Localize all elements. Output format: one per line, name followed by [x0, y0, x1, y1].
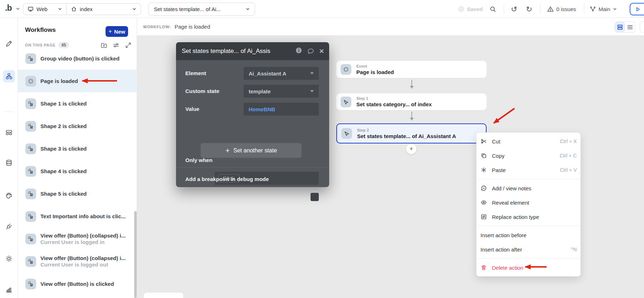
- issues-indicator[interactable]: 0 issues: [547, 0, 576, 18]
- click-icon: [25, 98, 36, 109]
- workflow-list-item[interactable]: Shape 4 is clicked: [18, 160, 137, 182]
- chevron-down-icon: [613, 7, 617, 11]
- workflow-list-item[interactable]: Group video (button) is clicked: [18, 47, 137, 70]
- workflow-sublabel: Current User is logged in: [40, 239, 126, 245]
- logo-menu-chevron-icon[interactable]: [16, 7, 20, 11]
- database-icon: [5, 159, 13, 166]
- left-icon-rail: ?: [0, 18, 18, 298]
- add-action-button[interactable]: +: [406, 144, 416, 154]
- play-icon: [635, 6, 641, 12]
- context-menu-copy[interactable]: CopyCtrl + C: [477, 148, 580, 163]
- chevron-down-icon: [310, 72, 314, 74]
- set-another-state-button[interactable]: +Set another state: [201, 143, 302, 158]
- workflow-list-item-selected[interactable]: Page is loaded: [18, 70, 137, 92]
- modal-header[interactable]: Set states template... of Ai_Assis ✕: [176, 42, 329, 60]
- workflow-list-item[interactable]: Text Important info about is clic...: [18, 205, 137, 228]
- page-dropdown[interactable]: index: [66, 4, 141, 15]
- click-icon: [25, 211, 36, 222]
- preview-button[interactable]: [630, 3, 644, 15]
- breakpoint-checkbox[interactable]: [311, 193, 319, 201]
- click-icon: [25, 166, 36, 177]
- redo-icon[interactable]: ↻: [526, 0, 532, 18]
- new-workflow-button[interactable]: + New: [106, 26, 128, 37]
- layout-icon: [5, 129, 13, 136]
- value-field[interactable]: HomeBNB: [244, 103, 319, 116]
- list-view-button[interactable]: [625, 22, 635, 32]
- flow-connector-arrow-icon: [409, 79, 415, 89]
- comment-icon[interactable]: [307, 48, 314, 55]
- chevron-down-icon: [132, 7, 136, 11]
- context-menu-insert-action-after[interactable]: Insert action after^N: [477, 242, 580, 257]
- custom-state-label: Custom state: [185, 88, 219, 94]
- workflow-list-item[interactable]: View offer (Button) is clicked: [18, 273, 137, 295]
- canvas-zoom-box[interactable]: [144, 293, 183, 298]
- menu-divider: [477, 179, 580, 179]
- context-menu-add-view-notes[interactable]: Add / view notes: [477, 181, 580, 195]
- palette-icon: [5, 192, 13, 199]
- data-tab[interactable]: [3, 157, 15, 169]
- cards-view-button[interactable]: [615, 22, 625, 32]
- home-icon: [71, 6, 77, 12]
- element-dropdown[interactable]: Ai_Assistant A: [244, 67, 319, 80]
- toolbar-divider: [504, 4, 504, 14]
- workflow-header-label: WORKFLOW:: [143, 25, 171, 29]
- menu-divider: [477, 226, 580, 226]
- info-icon[interactable]: [295, 47, 302, 55]
- logs-tab[interactable]: [3, 284, 15, 296]
- workflow-label: Shape 1 is clicked: [40, 101, 87, 107]
- styles-tab[interactable]: [3, 190, 15, 202]
- event-card[interactable]: EventPage is loaded: [336, 61, 487, 78]
- replace-icon: [480, 214, 487, 220]
- close-icon[interactable]: ✕: [319, 48, 324, 55]
- design-tab[interactable]: [3, 38, 15, 50]
- context-menu-insert-action-before[interactable]: Insert action before: [477, 228, 580, 242]
- arrow-step2: [494, 108, 514, 123]
- search-button[interactable]: [489, 0, 496, 18]
- context-menu-delete-action[interactable]: Delete action: [477, 260, 580, 275]
- workflows-tab[interactable]: [3, 70, 15, 82]
- plugins-tab[interactable]: [3, 220, 15, 233]
- workflow-selector-dropdown[interactable]: Set states template... of Ai...: [148, 3, 255, 16]
- workflow-list-item[interactable]: Shape 2 is clicked: [18, 115, 137, 137]
- list-view-icon: [627, 24, 633, 30]
- platform-label: Web: [36, 6, 48, 12]
- context-menu-cut[interactable]: CutCtrl + X: [477, 134, 580, 148]
- pages-tab[interactable]: [3, 126, 15, 138]
- eye-icon: [480, 199, 487, 206]
- workflow-label: Group video (button) is clicked: [40, 55, 119, 62]
- workflow-list-item[interactable]: Shape 1 is clicked: [18, 92, 137, 115]
- context-menu-replace-action-type[interactable]: Replace action type: [477, 210, 580, 224]
- workflow-list-item[interactable]: Shape 3 is clicked: [18, 137, 137, 160]
- page-load-burst-icon: [25, 76, 36, 87]
- workflow-label: View offer (Button) is clicked: [40, 281, 114, 287]
- only-when-label: Only when: [185, 157, 213, 163]
- chevron-down-icon: [246, 7, 250, 11]
- workflow-list-item[interactable]: View offer (Button) (collapsed) i...Curr…: [18, 250, 137, 273]
- custom-state-dropdown[interactable]: template: [244, 85, 319, 98]
- bubble-editor: .b Web index Set states template... of A…: [0, 0, 644, 298]
- undo-icon[interactable]: ↺: [511, 0, 517, 18]
- step1-card[interactable]: Step 1Set states category... of index: [336, 93, 487, 110]
- notes-panel-button[interactable]: [640, 21, 644, 33]
- click-icon: [25, 53, 36, 64]
- settings-tab[interactable]: [3, 253, 15, 265]
- branch-dropdown[interactable]: Main: [590, 0, 617, 18]
- scope-label: ON THIS PAGE: [25, 43, 55, 47]
- step2-card-selected[interactable]: Step 2Set states template... of Ai_Assis…: [336, 123, 487, 143]
- flow-connector-arrow-icon: [409, 111, 415, 121]
- context-menu-reveal-element[interactable]: Reveal element: [477, 195, 580, 210]
- view-mode-toggle: [615, 21, 635, 33]
- click-icon: [25, 279, 36, 289]
- context-menu-paste[interactable]: PasteCtrl + V: [477, 163, 580, 177]
- platform-page-switcher: Web index: [23, 3, 141, 15]
- top-toolbar: .b Web index Set states template... of A…: [0, 0, 644, 18]
- workflow-list-item[interactable]: Shape 5 is clicked: [18, 182, 137, 205]
- workflow-sublabel: Current User is logged out: [40, 262, 126, 268]
- bubble-logo[interactable]: .b: [5, 3, 11, 13]
- workflow-list-item[interactable]: View offer (Button) (collapsed) i...Curr…: [18, 228, 137, 250]
- workflow-list: Group video (button) is clicked Page is …: [18, 47, 137, 295]
- platform-dropdown[interactable]: Web: [23, 4, 66, 15]
- page-load-burst-icon: [341, 64, 351, 75]
- panel-scrollbar[interactable]: [134, 211, 137, 298]
- search-icon: [489, 6, 496, 13]
